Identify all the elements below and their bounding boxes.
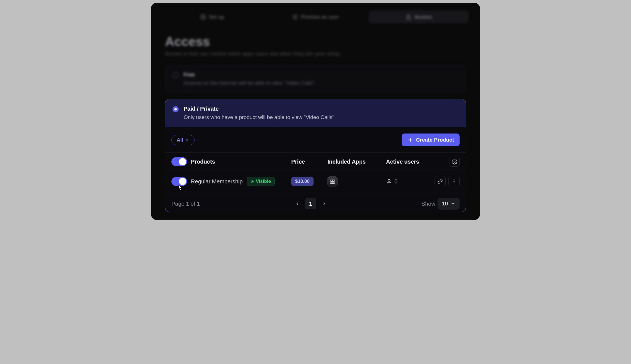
svg-point-1: [293, 15, 298, 20]
active-users: 0: [386, 178, 426, 185]
link-icon: [437, 179, 443, 184]
svg-point-11: [332, 181, 333, 182]
tab-access[interactable]: Access: [369, 11, 469, 23]
dots-vertical-icon: [451, 179, 457, 184]
column-price: Price: [291, 159, 325, 165]
option-paid-card: Paid / Private Only users who have a pro…: [165, 99, 466, 212]
current-page[interactable]: 1: [305, 198, 316, 209]
svg-point-12: [388, 179, 390, 181]
chevron-down-icon: [185, 138, 189, 142]
svg-point-14: [453, 181, 454, 182]
camera-icon: [329, 178, 336, 185]
page-header: Access Access is how you control which a…: [151, 34, 480, 57]
chevron-left-icon: [295, 202, 300, 206]
copy-link-button[interactable]: [435, 176, 446, 187]
visibility-text: Visible: [256, 179, 271, 184]
table-settings-button[interactable]: [450, 157, 460, 167]
tab-bar: Set up Preview as user Access: [151, 11, 480, 23]
next-page-button[interactable]: [319, 198, 330, 209]
tab-setup[interactable]: Set up: [162, 11, 262, 23]
svg-point-15: [453, 183, 454, 183]
master-toggle[interactable]: [171, 157, 187, 166]
user-icon: [386, 178, 392, 185]
svg-rect-3: [407, 17, 411, 19]
gear-icon: [200, 14, 206, 20]
svg-point-2: [294, 16, 296, 18]
create-product-label: Create Product: [416, 137, 454, 143]
option-free-title: Free: [184, 72, 458, 78]
column-apps: Included Apps: [327, 159, 383, 165]
pagination: Page 1 of 1 1 Show 10: [165, 192, 466, 212]
show-label: Show: [421, 201, 435, 207]
tab-preview[interactable]: Preview as user: [266, 11, 366, 23]
filter-dropdown[interactable]: All: [171, 135, 195, 145]
gear-icon: [452, 159, 457, 164]
lock-icon: [406, 14, 412, 20]
option-free[interactable]: Free Anyone on the internet will be able…: [165, 65, 466, 93]
plus-icon: [407, 137, 413, 143]
visible-icon: [250, 179, 254, 183]
option-paid-title: Paid / Private: [184, 106, 458, 112]
visibility-badge: Visible: [247, 177, 275, 186]
app-window: Set up Preview as user Access Access Acc…: [151, 3, 480, 220]
chevron-down-icon: [451, 202, 455, 206]
column-users: Active users: [386, 159, 426, 165]
product-name: Regular Membership: [191, 178, 243, 185]
page-title: Access: [165, 34, 466, 49]
page-size-value: 10: [442, 201, 448, 207]
column-products: Products: [191, 159, 215, 165]
price-badge: $10.00: [291, 177, 314, 186]
option-paid-desc: Only users who have a product will be ab…: [184, 114, 458, 120]
tab-label: Access: [414, 14, 432, 20]
prev-page-button[interactable]: [292, 198, 303, 209]
create-product-button[interactable]: Create Product: [402, 134, 460, 146]
table-row: Regular Membership Visible $10.00: [165, 171, 466, 192]
active-users-count: 0: [394, 178, 397, 185]
app-icon-camera: [327, 176, 338, 186]
table-header: Products Price Included Apps Active user…: [165, 153, 466, 171]
page-subtitle: Access is how you control which apps use…: [165, 51, 466, 57]
svg-point-6: [454, 161, 455, 162]
option-paid[interactable]: Paid / Private Only users who have a pro…: [165, 99, 466, 127]
svg-point-13: [453, 179, 454, 180]
products-toolbar: All Create Product: [165, 127, 466, 153]
radio-paid[interactable]: [173, 106, 179, 112]
option-free-desc: Anyone on the internet will be able to v…: [184, 80, 458, 86]
more-button[interactable]: [448, 176, 460, 187]
radio-free[interactable]: [173, 72, 179, 78]
filter-label: All: [177, 137, 183, 143]
svg-point-0: [202, 16, 204, 18]
page-summary: Page 1 of 1: [171, 201, 200, 207]
page-size-select[interactable]: 10: [438, 198, 460, 210]
tab-label: Preview as user: [301, 14, 339, 20]
chevron-right-icon: [322, 202, 326, 206]
eye-circle-icon: [292, 14, 298, 20]
svg-point-8: [252, 181, 253, 182]
tab-label: Set up: [209, 14, 224, 20]
product-toggle[interactable]: [171, 177, 187, 186]
